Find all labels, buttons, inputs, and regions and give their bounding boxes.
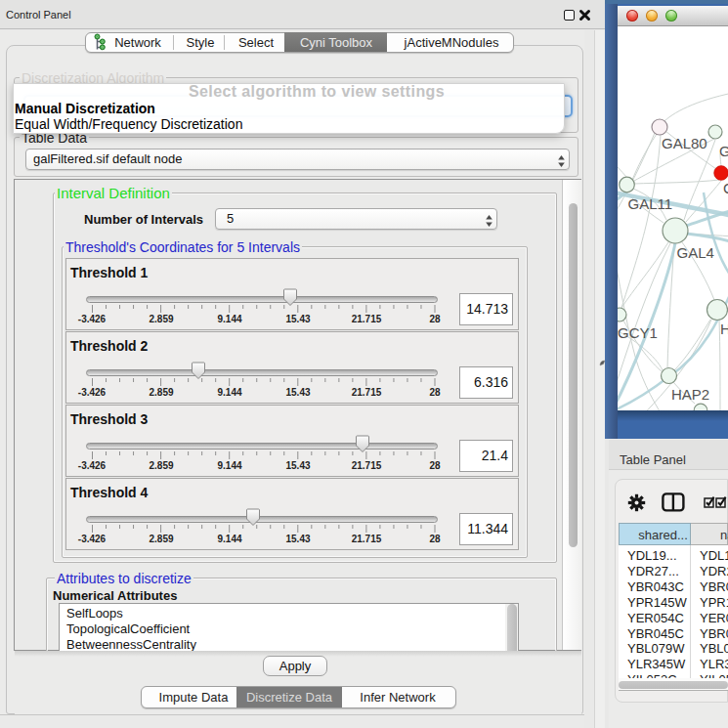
svg-text:HAP2: HAP2 [671, 386, 709, 403]
svg-text:GAL4: GAL4 [677, 244, 714, 261]
svg-text:HI: HI [720, 321, 728, 337]
svg-text:CY: CY [723, 180, 728, 196]
svg-text:GA: GA [719, 143, 728, 159]
svg-text:GAL80: GAL80 [662, 135, 707, 151]
svg-text:GAL11: GAL11 [628, 195, 673, 212]
svg-text:GCY1: GCY1 [618, 324, 658, 341]
